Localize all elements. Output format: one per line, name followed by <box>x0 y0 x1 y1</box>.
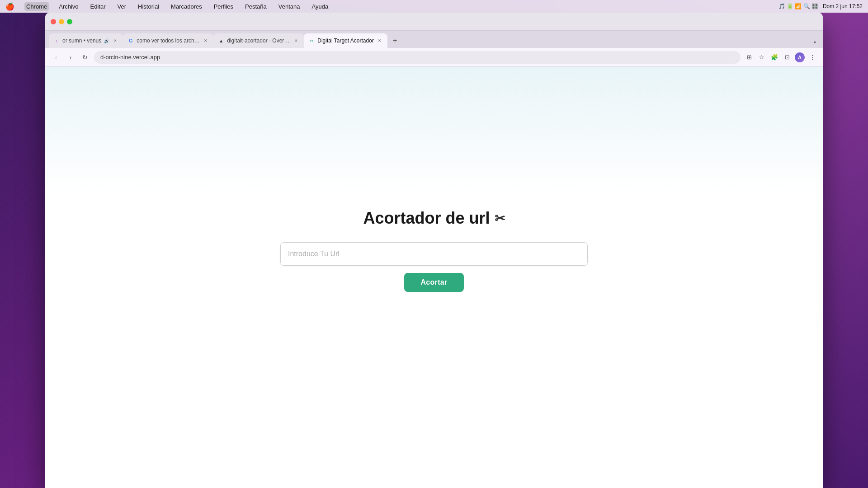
close-button[interactable] <box>51 19 56 24</box>
menubar-icons: 🎵 🔋 📶 🔍 🎛️ <box>778 3 818 9</box>
tab-1[interactable]: ♪ or sumn • venus 🔊 ✕ <box>49 33 123 48</box>
menubar-ventana[interactable]: Ventana <box>277 2 302 11</box>
tab-2-close[interactable]: ✕ <box>203 38 209 44</box>
forward-button[interactable]: › <box>65 52 76 63</box>
profile-avatar[interactable]: A <box>795 52 805 62</box>
browser-window: ♪ or sumn • venus 🔊 ✕ G como ver todos l… <box>45 13 823 488</box>
tab-4[interactable]: ✂ Digital Target Acortador ✕ <box>304 33 387 48</box>
tab-4-favicon: ✂ <box>308 38 315 44</box>
tab-bar: ♪ or sumn • venus 🔊 ✕ G como ver todos l… <box>45 31 823 48</box>
menubar-archivo[interactable]: Archivo <box>57 2 80 11</box>
traffic-lights <box>51 19 72 24</box>
menubar-ver[interactable]: Ver <box>116 2 128 11</box>
cast-icon[interactable]: ⊡ <box>782 52 792 62</box>
menubar-right: 🎵 🔋 📶 🔍 🎛️ Dom 2 jun 17:52 <box>778 3 863 9</box>
more-options-icon[interactable]: ⋮ <box>807 52 817 62</box>
tab-3-favicon: ▲ <box>218 38 224 44</box>
tab-2-favicon: G <box>127 38 134 44</box>
menubar-perfiles[interactable]: Perfiles <box>212 2 235 11</box>
url-input[interactable] <box>280 242 588 266</box>
tab-list-dropdown[interactable]: ▾ <box>810 38 819 47</box>
tab-1-favicon: ♪ <box>53 38 60 44</box>
menubar-time: Dom 2 jun 17:52 <box>823 3 863 9</box>
menubar: 🍎 Chrome Archivo Editar Ver Historial Ma… <box>0 0 868 13</box>
tab-1-title: or sumn • venus <box>62 38 101 44</box>
tab-3-close[interactable]: ✕ <box>293 38 299 44</box>
tab-1-close[interactable]: ✕ <box>112 38 118 44</box>
back-button[interactable]: ‹ <box>51 52 61 63</box>
reload-button[interactable]: ↻ <box>80 52 90 63</box>
tab-4-title: Digital Target Acortador <box>317 38 374 44</box>
page-title: Acortador de url ✂ <box>363 209 505 228</box>
menubar-historial[interactable]: Historial <box>136 2 161 11</box>
menubar-pestana[interactable]: Pestaña <box>243 2 269 11</box>
title-bar <box>45 13 823 31</box>
url-text: d-orcin-nine.vercel.app <box>100 54 160 61</box>
menubar-ayuda[interactable]: Ayuda <box>310 2 330 11</box>
apple-menu-icon[interactable]: 🍎 <box>5 2 14 11</box>
page-title-text: Acortador de url <box>363 209 490 228</box>
translate-icon[interactable]: ⊞ <box>744 52 754 62</box>
address-bar: ‹ › ↻ d-orcin-nine.vercel.app ⊞ ☆ 🧩 ⊡ A … <box>45 48 823 67</box>
menubar-editar[interactable]: Editar <box>89 2 108 11</box>
menubar-app-name[interactable]: Chrome <box>24 2 49 11</box>
tab-4-close[interactable]: ✕ <box>377 38 383 44</box>
tab-3-title: digitalt-acortador - Overview... <box>227 38 290 44</box>
minimize-button[interactable] <box>59 19 64 24</box>
page-content: Acortador de url ✂ Acortar <box>45 67 823 488</box>
acortar-button[interactable]: Acortar <box>404 273 463 292</box>
scissors-icon: ✂ <box>495 211 505 226</box>
maximize-button[interactable] <box>67 19 72 24</box>
address-right-icons: ⊞ ☆ 🧩 ⊡ A ⋮ <box>744 52 817 62</box>
menubar-marcadores[interactable]: Marcadores <box>169 2 204 11</box>
bookmark-icon[interactable]: ☆ <box>757 52 767 62</box>
extensions-icon[interactable]: 🧩 <box>769 52 779 62</box>
tab-3[interactable]: ▲ digitalt-acortador - Overview... ✕ <box>213 33 304 48</box>
tab-2-title: como ver todos los archivos s... <box>137 38 200 44</box>
new-tab-button[interactable]: + <box>389 35 401 47</box>
tab-1-mute-icon[interactable]: 🔊 <box>104 38 109 43</box>
url-display[interactable]: d-orcin-nine.vercel.app <box>94 51 741 64</box>
url-form: Acortar <box>280 242 588 292</box>
tab-2[interactable]: G como ver todos los archivos s... ✕ <box>123 33 213 48</box>
